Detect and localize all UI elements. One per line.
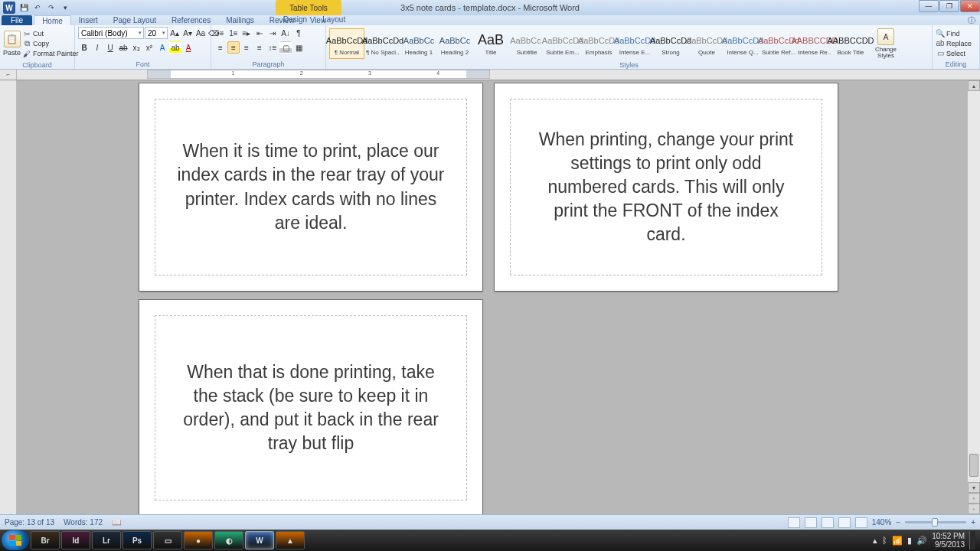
copy-button[interactable]: ⧉Copy: [22, 39, 79, 48]
font-size-combo[interactable]: 20: [145, 27, 168, 39]
zoom-slider[interactable]: [905, 521, 966, 523]
qat-customize-icon[interactable]: ▾: [60, 2, 70, 13]
style-item-title[interactable]: AaBTitle: [473, 28, 508, 59]
zoom-out-button[interactable]: −: [896, 518, 900, 527]
borders-button[interactable]: ▦: [292, 41, 305, 54]
justify-button[interactable]: ≡: [253, 41, 266, 54]
increase-indent-button[interactable]: ⇥: [266, 27, 279, 39]
underline-button[interactable]: U: [104, 41, 116, 54]
taskbar-app[interactable]: ◐: [214, 531, 243, 549]
ribbon-help-icon[interactable]: ⓘ: [968, 15, 975, 26]
taskbar-app[interactable]: W: [245, 531, 274, 549]
start-button[interactable]: [2, 530, 29, 550]
decrease-indent-button[interactable]: ⇤: [253, 27, 266, 39]
tab-mailings[interactable]: Mailings: [218, 15, 262, 25]
styles-gallery[interactable]: AaBbCcDd¶ NormalAaBbCcDd¶ No Spaci...AaB…: [329, 28, 868, 59]
style-item-subtle-em-[interactable]: AaBbCcDdSubtle Em...: [545, 28, 580, 59]
next-page-button[interactable]: ◦: [968, 504, 980, 514]
view-draft[interactable]: [855, 517, 867, 528]
view-outline[interactable]: [838, 517, 851, 528]
style-item--normal[interactable]: AaBbCcDd¶ Normal: [329, 28, 364, 59]
card-cell[interactable]: When printing, change your print setting…: [510, 99, 822, 276]
vertical-ruler[interactable]: [0, 80, 17, 514]
restore-button[interactable]: ❐: [939, 0, 959, 12]
style-item-emphasis[interactable]: AaBbCcDdEmphasis: [581, 28, 616, 59]
style-item-intense-q-[interactable]: AaBbCcDdIntense Q...: [725, 28, 760, 59]
index-card[interactable]: When printing, change your print setting…: [495, 83, 838, 291]
find-button[interactable]: 🔍Find: [936, 29, 972, 38]
show-marks-button[interactable]: ¶: [292, 27, 305, 39]
undo-icon[interactable]: ↶: [32, 2, 43, 13]
index-card[interactable]: When it is time to print, place our inde…: [139, 83, 482, 291]
network-icon[interactable]: 📶: [892, 536, 903, 546]
paste-button[interactable]: 📋 Paste: [3, 27, 21, 60]
tab-design[interactable]: Design: [276, 15, 315, 24]
view-full-screen[interactable]: [805, 517, 817, 528]
style-item-strong[interactable]: AaBbCcDdStrong: [653, 28, 688, 59]
taskbar-app[interactable]: Lr: [92, 531, 121, 549]
format-painter-button[interactable]: 🖌Format Painter: [22, 49, 79, 58]
taskbar-app[interactable]: ●: [184, 531, 213, 549]
style-item-heading-2[interactable]: AaBbCcHeading 2: [437, 28, 472, 59]
zoom-knob[interactable]: [932, 518, 938, 527]
align-left-button[interactable]: ≡: [214, 41, 227, 54]
clock[interactable]: 10:52 PM 9/5/2013: [932, 532, 965, 549]
word-count[interactable]: Words: 172: [64, 518, 103, 527]
style-item-intense-e-[interactable]: AaBbCcDdIntense E...: [617, 28, 652, 59]
tab-insert[interactable]: Insert: [71, 15, 106, 25]
text-effects-button[interactable]: A: [156, 41, 168, 54]
card-cell[interactable]: When it is time to print, place our inde…: [155, 99, 467, 276]
italic-button[interactable]: I: [91, 41, 103, 54]
replace-button[interactable]: abReplace: [936, 39, 972, 48]
change-styles-button[interactable]: A Change Styles: [870, 27, 902, 60]
horizontal-ruler[interactable]: 1 2 3 4: [147, 70, 490, 79]
shading-button[interactable]: ▢: [279, 41, 292, 54]
tab-references[interactable]: References: [164, 15, 218, 25]
view-web-layout[interactable]: [822, 517, 834, 528]
style-item-quote[interactable]: AaBbCcDdQuote: [689, 28, 724, 59]
volume-icon[interactable]: 🔊: [916, 536, 927, 546]
show-desktop-button[interactable]: [969, 531, 975, 549]
style-item-subtitle[interactable]: AaBbCc.Subtitle: [509, 28, 544, 59]
style-item-book-title[interactable]: AABBCCDDBook Title: [833, 28, 868, 59]
tab-home[interactable]: Home: [34, 15, 71, 25]
subscript-button[interactable]: x₂: [130, 41, 142, 54]
card-cell[interactable]: When that is done printing, take the sta…: [155, 315, 467, 500]
index-card[interactable]: When that is done printing, take the sta…: [139, 300, 482, 514]
card-text[interactable]: When printing, change your print setting…: [532, 128, 800, 246]
vertical-scrollbar[interactable]: ▴ ▾ ◦ ◦: [967, 80, 980, 514]
word-app-icon[interactable]: W: [3, 2, 15, 14]
taskbar-app[interactable]: Br: [31, 531, 60, 549]
close-button[interactable]: ✕: [960, 0, 980, 12]
style-item--no-spaci-[interactable]: AaBbCcDd¶ No Spaci...: [365, 28, 400, 59]
line-spacing-button[interactable]: ↕≡: [266, 41, 279, 54]
align-center-button[interactable]: ≡: [227, 41, 240, 54]
tab-file[interactable]: File: [2, 15, 32, 25]
font-name-combo[interactable]: Calibri (Body): [78, 27, 144, 39]
multilevel-list-button[interactable]: ≡▸: [240, 27, 253, 39]
highlight-button[interactable]: ab: [169, 41, 181, 54]
card-text[interactable]: When that is done printing, take the sta…: [177, 360, 445, 455]
strikethrough-button[interactable]: ab: [117, 41, 129, 54]
shrink-font-button[interactable]: A▾: [181, 27, 194, 39]
save-icon[interactable]: 💾: [18, 2, 29, 13]
scroll-up-button[interactable]: ▴: [968, 80, 980, 91]
font-color-button[interactable]: A: [182, 41, 194, 54]
align-right-button[interactable]: ≡: [240, 41, 253, 54]
superscript-button[interactable]: x²: [143, 41, 155, 54]
redo-icon[interactable]: ↷: [46, 2, 57, 13]
numbering-button[interactable]: 1≡: [227, 27, 240, 39]
card-text[interactable]: When it is time to print, place our inde…: [177, 139, 445, 234]
bold-button[interactable]: B: [78, 41, 90, 54]
tab-page-layout[interactable]: Page Layout: [106, 15, 164, 25]
zoom-in-button[interactable]: +: [971, 518, 975, 527]
grow-font-button[interactable]: A▴: [168, 27, 181, 39]
taskbar-app[interactable]: ▭: [153, 531, 182, 549]
taskbar-app[interactable]: Id: [61, 531, 90, 549]
document-canvas[interactable]: When it is time to print, place our inde…: [17, 80, 967, 514]
system-tray[interactable]: ▴ ᛒ 📶 ▮ 🔊 10:52 PM 9/5/2013: [873, 531, 978, 549]
select-button[interactable]: ▭Select: [936, 49, 972, 58]
battery-icon[interactable]: ▮: [907, 536, 912, 546]
bullets-button[interactable]: •≡: [214, 27, 227, 39]
bluetooth-icon[interactable]: ᛒ: [882, 536, 887, 545]
